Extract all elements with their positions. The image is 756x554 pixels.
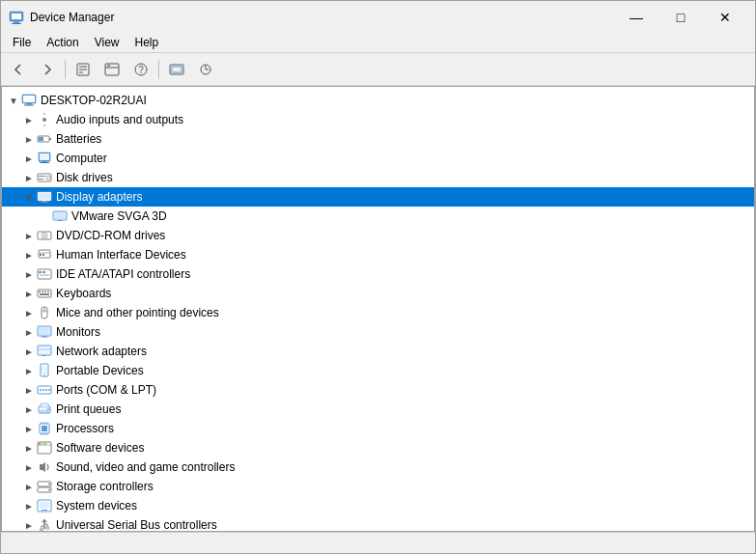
tree-item-dvd[interactable]: ► DVD/CD-ROM drives bbox=[2, 226, 754, 245]
tree-item-hid[interactable]: ► Human Interface Devices bbox=[2, 245, 754, 264]
svg-point-71 bbox=[43, 374, 45, 375]
menu-help[interactable]: Help bbox=[127, 34, 167, 51]
usb-label: Universal Serial Bus controllers bbox=[56, 518, 217, 531]
processor-icon bbox=[37, 421, 52, 436]
usb-icon bbox=[37, 517, 52, 531]
tree-item-storage[interactable]: ► Storage controllers bbox=[2, 477, 754, 496]
root-expander[interactable]: ▼ bbox=[6, 93, 21, 108]
tree-item-vmware[interactable]: ► VMware SVGA 3D bbox=[2, 207, 754, 226]
app-icon bbox=[9, 10, 24, 25]
tree-item-system[interactable]: ► System devices bbox=[2, 496, 754, 515]
forward-button[interactable] bbox=[34, 57, 61, 82]
print-expander[interactable]: ► bbox=[21, 402, 37, 417]
vmware-icon bbox=[52, 208, 68, 224]
processors-label: Processors bbox=[56, 422, 114, 435]
system-label: System devices bbox=[56, 499, 137, 512]
svg-rect-58 bbox=[40, 293, 49, 295]
battery-icon bbox=[37, 131, 52, 147]
minimize-button[interactable]: — bbox=[614, 5, 658, 30]
close-button[interactable]: ✕ bbox=[703, 5, 747, 30]
system-expander[interactable]: ► bbox=[21, 498, 37, 513]
svg-rect-64 bbox=[41, 337, 48, 338]
ports-label: Ports (COM & LPT) bbox=[56, 383, 156, 397]
sound-expander[interactable]: ► bbox=[21, 459, 37, 475]
tree-item-audio[interactable]: ► Audio inputs and outputs bbox=[2, 110, 754, 129]
menu-file[interactable]: File bbox=[5, 34, 39, 51]
disk-icon bbox=[37, 170, 52, 185]
mice-expander[interactable]: ► bbox=[21, 305, 37, 320]
ports-icon bbox=[37, 382, 52, 398]
keyboard-icon bbox=[37, 286, 52, 301]
svg-rect-41 bbox=[58, 220, 62, 221]
maximize-button[interactable]: □ bbox=[658, 5, 703, 30]
tree-item-keyboards[interactable]: ► Keyboards bbox=[2, 284, 754, 303]
scan-button[interactable] bbox=[163, 57, 190, 82]
help-button[interactable]: ? bbox=[127, 57, 154, 82]
tree-item-ide[interactable]: ► IDE ATA/ATAPI controllers bbox=[2, 264, 754, 284]
title-bar: Device Manager — □ ✕ bbox=[1, 1, 755, 32]
back-button[interactable] bbox=[5, 57, 32, 82]
disk-expander[interactable]: ► bbox=[21, 170, 37, 185]
tree-item-software[interactable]: ► Software devices bbox=[2, 438, 754, 457]
batteries-expander[interactable]: ► bbox=[21, 131, 37, 147]
svg-rect-63 bbox=[42, 336, 46, 337]
menu-view[interactable]: View bbox=[87, 34, 127, 51]
tree-item-display[interactable]: ▼ Display adapters bbox=[2, 187, 754, 207]
portable-expander[interactable]: ► bbox=[21, 363, 37, 378]
window-controls: — □ ✕ bbox=[614, 5, 747, 30]
menu-action[interactable]: Action bbox=[39, 34, 86, 51]
svg-rect-28 bbox=[40, 153, 49, 160]
dvd-expander[interactable]: ► bbox=[21, 228, 37, 243]
tree-item-network[interactable]: ► Network adapters bbox=[2, 342, 754, 361]
computer-expander[interactable]: ► bbox=[21, 151, 37, 166]
processors-expander[interactable]: ► bbox=[21, 421, 37, 436]
svg-point-44 bbox=[43, 235, 45, 236]
svg-rect-3 bbox=[12, 23, 21, 24]
keyboards-expander[interactable]: ► bbox=[21, 286, 37, 301]
tree-item-mice[interactable]: ► Mice and other pointing devices bbox=[2, 303, 754, 322]
network-expander[interactable]: ► bbox=[21, 344, 37, 359]
storage-expander[interactable]: ► bbox=[21, 479, 37, 494]
svg-point-21 bbox=[42, 118, 46, 122]
tree-item-disk[interactable]: ► Disk drives bbox=[2, 168, 754, 187]
svg-point-97 bbox=[48, 489, 50, 491]
tree-item-usb[interactable]: ► Universal Serial Bus controllers bbox=[2, 515, 754, 531]
display-expander[interactable]: ▼ bbox=[21, 189, 37, 205]
svg-rect-68 bbox=[42, 355, 46, 356]
tree-item-sound[interactable]: ► Sound, video and game controllers bbox=[2, 457, 754, 477]
tree-item-computer[interactable]: ► Computer bbox=[2, 149, 754, 168]
storage-label: Storage controllers bbox=[56, 480, 154, 493]
tree-item-print[interactable]: ► Print queues bbox=[2, 400, 754, 419]
ide-icon bbox=[37, 266, 52, 282]
svg-rect-92 bbox=[42, 443, 43, 445]
tree-item-batteries[interactable]: ► Batteries bbox=[2, 129, 754, 149]
svg-rect-36 bbox=[39, 193, 50, 200]
ide-expander[interactable]: ► bbox=[21, 266, 37, 282]
tree-item-processors[interactable]: ► Processors bbox=[2, 419, 754, 438]
device-tree[interactable]: ▼ DESKTOP-02R2UAI ► bbox=[2, 87, 754, 531]
show-hide-button[interactable] bbox=[98, 57, 126, 82]
svg-point-96 bbox=[48, 484, 50, 485]
svg-text:?: ? bbox=[138, 65, 144, 75]
display-label: Display adapters bbox=[56, 190, 142, 204]
svg-rect-93 bbox=[44, 443, 46, 445]
software-expander[interactable]: ► bbox=[21, 440, 37, 456]
tree-item-portable[interactable]: ► Portable Devices bbox=[2, 361, 754, 380]
tree-root[interactable]: ▼ DESKTOP-02R2UAI bbox=[2, 91, 754, 110]
audio-expander[interactable]: ► bbox=[21, 112, 37, 127]
svg-rect-1 bbox=[12, 14, 21, 19]
svg-rect-40 bbox=[54, 212, 66, 219]
sound-label: Sound, video and game controllers bbox=[56, 460, 235, 474]
ports-expander[interactable]: ► bbox=[21, 382, 37, 398]
update-button[interactable] bbox=[192, 57, 219, 82]
tree-item-monitors[interactable]: ► Monitors bbox=[2, 322, 754, 342]
usb-expander[interactable]: ► bbox=[21, 517, 37, 531]
toolbar: ? bbox=[1, 53, 755, 86]
monitors-expander[interactable]: ► bbox=[21, 324, 37, 340]
svg-point-32 bbox=[46, 176, 50, 180]
properties-button[interactable] bbox=[70, 57, 97, 82]
monitor-icon bbox=[37, 324, 52, 340]
tree-item-ports[interactable]: ► Ports (COM & LPT) bbox=[2, 380, 754, 400]
hid-expander[interactable]: ► bbox=[21, 247, 37, 263]
svg-point-76 bbox=[48, 389, 50, 391]
